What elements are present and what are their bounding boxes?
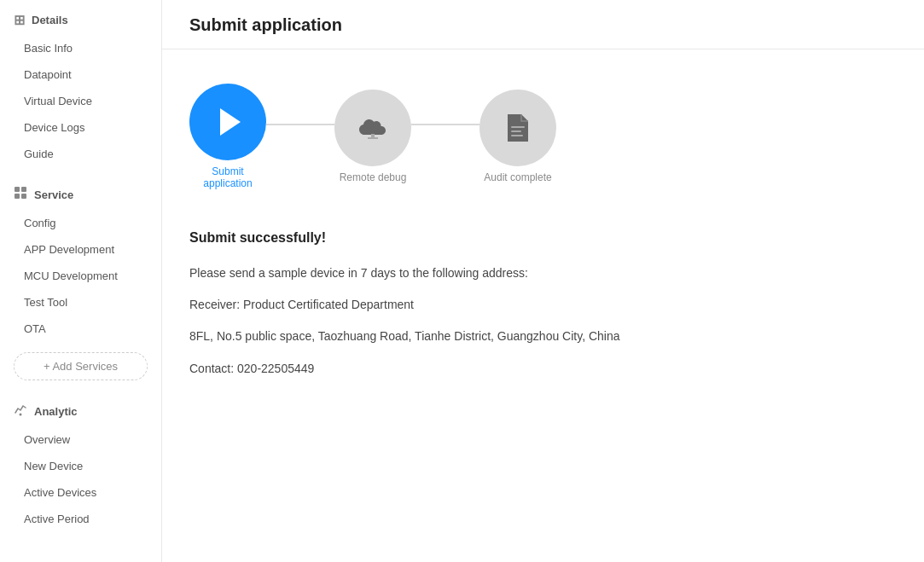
step-audit-circle — [479, 90, 556, 166]
svg-rect-9 — [511, 135, 523, 136]
svg-rect-2 — [15, 194, 20, 199]
sidebar-section-details: ⊞ Details — [0, 0, 161, 35]
step-remote-debug-circle — [334, 90, 411, 166]
sidebar: ⊞ Details Basic Info Datapoint Virtual D… — [0, 0, 162, 562]
steps-container: Submitapplication Remote debug — [189, 84, 897, 189]
service-icon — [14, 186, 27, 203]
play-icon — [220, 108, 241, 136]
sidebar-section-analytic: Analytic — [0, 391, 161, 426]
sidebar-item-active-devices[interactable]: Active Devices — [0, 479, 161, 506]
sidebar-item-basic-info[interactable]: Basic Info — [0, 35, 161, 61]
sidebar-item-guide[interactable]: Guide — [0, 141, 161, 167]
analytic-section-label: Analytic — [34, 405, 78, 418]
analytic-icon — [14, 403, 27, 420]
svg-rect-0 — [15, 187, 20, 192]
step-submit-label: Submitapplication — [203, 165, 252, 189]
cloud-icon — [358, 116, 387, 140]
service-section-label: Service — [34, 188, 73, 201]
page-header: Submit application — [162, 0, 924, 49]
svg-rect-3 — [21, 194, 26, 199]
svg-rect-6 — [368, 137, 378, 139]
success-content: Submit successfully! Please send a sampl… — [189, 230, 897, 379]
details-icon: ⊞ — [14, 12, 25, 28]
success-text: Please send a sample device in 7 days to… — [189, 263, 897, 379]
add-services-button[interactable]: + Add Services — [14, 352, 148, 380]
svg-rect-8 — [511, 130, 521, 132]
sidebar-item-mcu-development[interactable]: MCU Development — [0, 263, 161, 289]
sidebar-item-device-logs[interactable]: Device Logs — [0, 114, 161, 141]
success-line-2: 8FL, No.5 public space, Taozhuang Road, … — [189, 326, 897, 347]
step-audit: Audit complete — [479, 90, 556, 183]
sidebar-item-virtual-device[interactable]: Virtual Device — [0, 88, 161, 114]
svg-rect-5 — [371, 134, 375, 137]
svg-rect-1 — [21, 187, 26, 192]
svg-rect-7 — [511, 126, 525, 128]
sidebar-item-active-period[interactable]: Active Period — [0, 506, 161, 532]
success-line-1: Receiver: Product Certificated Departmen… — [189, 294, 897, 316]
sidebar-item-ota[interactable]: OTA — [0, 316, 161, 342]
sidebar-item-datapoint[interactable]: Datapoint — [0, 61, 161, 88]
document-icon — [504, 113, 532, 143]
step-audit-label: Audit complete — [484, 171, 551, 183]
svg-point-4 — [20, 414, 22, 416]
sidebar-section-service: Service — [0, 174, 161, 210]
content-area: Submitapplication Remote debug — [162, 49, 924, 424]
step-connector-1 — [266, 124, 334, 125]
step-connector-2 — [411, 124, 479, 125]
success-line-0: Please send a sample device in 7 days to… — [189, 263, 897, 284]
step-remote-debug-label: Remote debug — [340, 171, 407, 183]
step-submit: Submitapplication — [189, 84, 266, 189]
sidebar-item-new-device[interactable]: New Device — [0, 453, 161, 479]
success-title: Submit successfully! — [189, 230, 897, 246]
sidebar-item-test-tool[interactable]: Test Tool — [0, 289, 161, 316]
main-content: Submit application Submitapplication — [162, 0, 924, 562]
sidebar-item-app-development[interactable]: APP Development — [0, 236, 161, 263]
details-section-label: Details — [32, 14, 68, 26]
sidebar-item-overview[interactable]: Overview — [0, 426, 161, 453]
step-submit-circle — [189, 84, 266, 160]
step-remote-debug: Remote debug — [334, 90, 411, 183]
page-title: Submit application — [189, 15, 897, 35]
sidebar-item-config[interactable]: Config — [0, 210, 161, 236]
success-line-3: Contact: 020-22505449 — [189, 358, 897, 379]
